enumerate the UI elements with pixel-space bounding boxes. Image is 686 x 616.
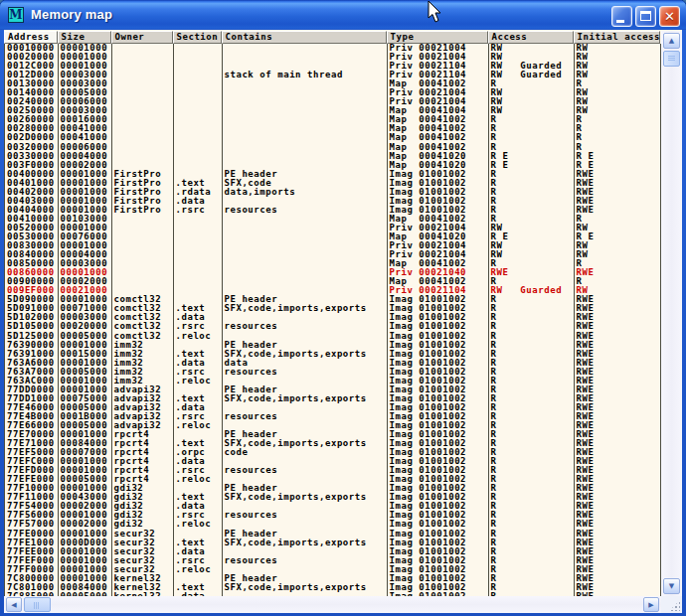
table-row[interactable]: 0053000000076000Map 00041020R ER E: [5, 232, 661, 241]
table-row[interactable]: 77DD100000075000advapi32.textSFX,code,im…: [5, 394, 661, 403]
table-row[interactable]: 77EFC00000001000rpcrt4.dataImag 01001002…: [5, 457, 661, 466]
table-row[interactable]: 77EF500000007000rpcrt4.orpccodeImag 0100…: [5, 448, 661, 457]
table-row[interactable]: 5D10200000003000comctl32.dataImag 010010…: [5, 313, 661, 322]
resize-grip-icon[interactable]: [669, 600, 680, 611]
cell-type: Imag 01001002: [388, 493, 489, 502]
cell-size: 00001000: [59, 295, 112, 304]
table-row[interactable]: 0026000000016000Map 00041002RR: [5, 115, 661, 124]
table-row[interactable]: 77EFD00000001000rpcrt4.rsrcresourcesImag…: [5, 466, 661, 475]
column-header-owner[interactable]: Owner: [111, 31, 173, 44]
table-row[interactable]: 002D000000041000Map 00041002RR: [5, 133, 661, 142]
title-bar[interactable]: M Memory map ✕: [0, 0, 686, 30]
table-row[interactable]: 0086000000001000Priv 00021040RWERWE: [5, 268, 661, 277]
table-row[interactable]: 5D09100000071000comctl32.textSFX,code,im…: [5, 304, 661, 313]
vertical-scroll-thumb[interactable]: [663, 51, 680, 67]
cell-initial: RWE: [575, 170, 662, 179]
minimize-button[interactable]: [611, 6, 632, 27]
table-row[interactable]: 0032000000006000Map 00041002RR: [5, 143, 661, 152]
table-row[interactable]: 0083000000001000Priv 00021004RWRW: [5, 241, 661, 250]
table-row[interactable]: 77F5600000001000gdi32.rsrcresourcesImag …: [5, 511, 661, 520]
maximize-button[interactable]: [635, 6, 656, 27]
table-row[interactable]: 5D10500000020000comctl32.rsrcresourcesIm…: [5, 322, 661, 331]
table-row[interactable]: 763A600000001000imm32.datadataImag 01001…: [5, 359, 661, 368]
cell-section: [174, 170, 223, 179]
table-row[interactable]: 0014000000005000Priv 00021004RWRW: [5, 88, 661, 97]
close-button[interactable]: ✕: [659, 6, 680, 27]
table-body[interactable]: 0001000000001000Priv 00021004RWRW0002000…: [4, 44, 661, 596]
table-row[interactable]: 5D12500000005000comctl32.relocImag 01001…: [5, 332, 661, 341]
table-row[interactable]: 0001000000001000Priv 00021004RWRW: [5, 44, 661, 53]
table-row[interactable]: 77E7000000001000rpcrt4PE headerImag 0100…: [5, 430, 661, 439]
cell-access: R: [489, 385, 575, 394]
scroll-up-button[interactable]: ▲: [663, 33, 680, 49]
column-header-address[interactable]: Address: [4, 31, 58, 44]
table-row[interactable]: 0033000000004000Map 00041020R ER E: [5, 152, 661, 161]
scroll-right-button[interactable]: ▶: [643, 597, 659, 612]
table-row[interactable]: 0084000000004000Priv 00021004RWRW: [5, 250, 661, 259]
table-row[interactable]: 0040300000001000FirstPro.dataImag 010010…: [5, 197, 661, 206]
table-row[interactable]: 77F1000000001000gdi32PE headerImag 01001…: [5, 484, 661, 493]
table-row[interactable]: 0024000000006000Priv 00021004RWRW: [5, 97, 661, 106]
horizontal-scroll-thumb[interactable]: [24, 597, 51, 612]
table-row[interactable]: 009EF00000021000Priv 00021104RW GuardedR…: [5, 286, 661, 295]
table-row[interactable]: 77F5400000002000gdi32.dataImag 01001002R…: [5, 502, 661, 511]
cell-type: Imag 01001002: [388, 341, 489, 350]
column-header-contains[interactable]: Contains: [222, 31, 387, 44]
table-row[interactable]: 5D09000000001000comctl32PE headerImag 01…: [5, 295, 661, 304]
table-row[interactable]: 77F1100000043000gdi32.textSFX,code,impor…: [5, 493, 661, 502]
cell-owner: [112, 152, 174, 161]
cell-initial: RWE: [575, 385, 662, 394]
cell-initial: RWE: [575, 394, 662, 403]
table-row[interactable]: 0090000000002000Map 00041002RR: [5, 277, 661, 286]
table-row[interactable]: 77E7100000084000rpcrt4.textSFX,code,impo…: [5, 439, 661, 448]
cell-type: Imag 01001002: [388, 520, 489, 529]
table-row[interactable]: 0040200000001000FirstPro.rdatadata,impor…: [5, 188, 661, 197]
table-row[interactable]: 7639100000015000imm32.textSFX,code,impor…: [5, 350, 661, 359]
table-row[interactable]: 0040100000001000FirstPro.textSFX,codeIma…: [5, 179, 661, 188]
table-row[interactable]: 0052000000001000Priv 00021004RWRW: [5, 224, 661, 232]
table-row[interactable]: 77E4B0000001B000advapi32.rsrcresourcesIm…: [5, 412, 661, 421]
table-row[interactable]: 0040000000001000FirstProPE headerImag 01…: [5, 170, 661, 179]
table-row[interactable]: 0028000000041000Map 00041002RR: [5, 124, 661, 133]
vertical-scrollbar[interactable]: ▲ ▼: [661, 31, 682, 596]
table-row[interactable]: 77E6600000005000advapi32.relocImag 01001…: [5, 421, 661, 430]
table-row[interactable]: 7C80100000084000kernel32.textSFX,code,im…: [5, 583, 661, 592]
cell-section: [174, 341, 223, 350]
cell-size: 00005000: [59, 421, 112, 430]
table-row[interactable]: 77FEE00000001000secur32.dataImag 0100100…: [5, 547, 661, 556]
table-row[interactable]: 0040400000001000FirstPro.rsrcresourcesIm…: [5, 206, 661, 215]
table-row[interactable]: 77EFE00000005000rpcrt4.relocImag 0100100…: [5, 475, 661, 484]
cell-initial: R E: [575, 161, 662, 170]
table-row[interactable]: 77F5700000002000gdi32.relocImag 01001002…: [5, 520, 661, 529]
table-row[interactable]: 7639000000001000imm32PE headerImag 01001…: [5, 341, 661, 350]
cell-initial: RWE: [575, 520, 662, 529]
cell-contains: SFX,code,imports,exports: [223, 539, 388, 547]
table-row[interactable]: 77FEF00000001000secur32.rsrcresourcesIma…: [5, 556, 661, 565]
table-row[interactable]: 0002000000001000Priv 00021004RWRW: [5, 53, 661, 62]
cell-type: Priv 00021004: [388, 88, 489, 97]
scroll-left-button[interactable]: ◀: [6, 597, 22, 612]
table-row[interactable]: 77FE000000001000secur32PE headerImag 010…: [5, 530, 661, 539]
table-row[interactable]: 0012C00000001000Priv 00021104RW GuardedR…: [5, 62, 661, 71]
table-row[interactable]: 0012D00000003000stack of main threadPriv…: [5, 71, 661, 79]
table-row[interactable]: 77E4600000005000advapi32.dataImag 010010…: [5, 403, 661, 412]
table-row[interactable]: 77DD000000001000advapi32PE headerImag 01…: [5, 385, 661, 394]
table-row[interactable]: 0013000000003000Map 00041002RR: [5, 79, 661, 88]
table-row[interactable]: 0025000000003000Map 00041004RWRW: [5, 106, 661, 115]
column-header-initial-access[interactable]: Initial access: [574, 31, 661, 44]
table-row[interactable]: 77FF000000001000secur32.relocImag 010010…: [5, 565, 661, 574]
table-row[interactable]: 7C80000000001000kernel32PE headerImag 01…: [5, 574, 661, 583]
table-row[interactable]: 0085000000003000Map 00041002RR: [5, 259, 661, 268]
table-row[interactable]: 77FE10000000D000secur32.textSFX,code,imp…: [5, 539, 661, 547]
table-row[interactable]: 763A700000005000imm32.rsrcresourcesImag …: [5, 368, 661, 377]
column-header-size[interactable]: Size: [58, 31, 111, 44]
column-header-access[interactable]: Access: [488, 31, 574, 44]
horizontal-scrollbar[interactable]: ◀ ▶: [4, 596, 661, 613]
table-row[interactable]: 003F000000002000Map 00041020R ER E: [5, 161, 661, 170]
table-row[interactable]: 0041000000103000Map 00041002RR: [5, 215, 661, 224]
cell-section: .rdata: [174, 188, 223, 197]
table-row[interactable]: 763AC00000001000imm32.relocImag 01001002…: [5, 377, 661, 385]
scroll-down-button[interactable]: ▼: [663, 578, 680, 594]
column-header-type[interactable]: Type: [387, 31, 488, 44]
column-header-section[interactable]: Section: [173, 31, 222, 44]
